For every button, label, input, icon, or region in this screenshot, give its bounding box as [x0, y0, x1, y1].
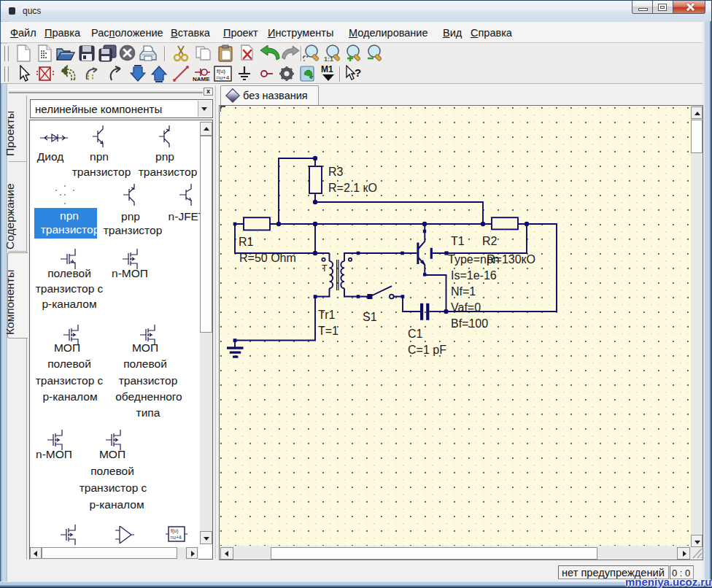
svg-text:NAME: NAME — [193, 76, 210, 82]
svg-text:Is=1e-16: Is=1e-16 — [451, 269, 497, 282]
svg-text:Nf=1: Nf=1 — [451, 285, 476, 298]
svg-text:C=1 pF: C=1 pF — [408, 344, 446, 356]
svg-text:f(u): f(u) — [217, 68, 225, 74]
svg-text:Bf=100: Bf=100 — [451, 317, 488, 330]
svg-text:C1: C1 — [408, 328, 423, 340]
svg-text:T1: T1 — [451, 235, 465, 247]
svg-text:f(u): f(u) — [171, 528, 179, 534]
svg-text:R=50 Ohm: R=50 Ohm — [239, 252, 296, 264]
svg-text:=u+4: =u+4 — [170, 535, 182, 540]
svg-text:1:1: 1:1 — [324, 55, 333, 62]
svg-text:Vaf=0: Vaf=0 — [451, 301, 481, 314]
svg-text:R1: R1 — [239, 236, 254, 248]
svg-text:S1: S1 — [363, 311, 377, 323]
svg-text:R3: R3 — [328, 166, 344, 178]
svg-text:=u+4: =u+4 — [216, 74, 230, 81]
svg-text:T=1: T=1 — [318, 325, 338, 337]
svg-text:T: T — [322, 263, 328, 274]
svg-text:R=2.1 кО: R=2.1 кО — [328, 182, 377, 194]
svg-text:Tr1: Tr1 — [318, 309, 336, 321]
svg-text:R2: R2 — [482, 235, 498, 247]
svg-text:M1: M1 — [321, 64, 333, 74]
svg-text:R=130кО: R=130кО — [487, 253, 535, 266]
svg-text:?: ? — [355, 66, 361, 79]
